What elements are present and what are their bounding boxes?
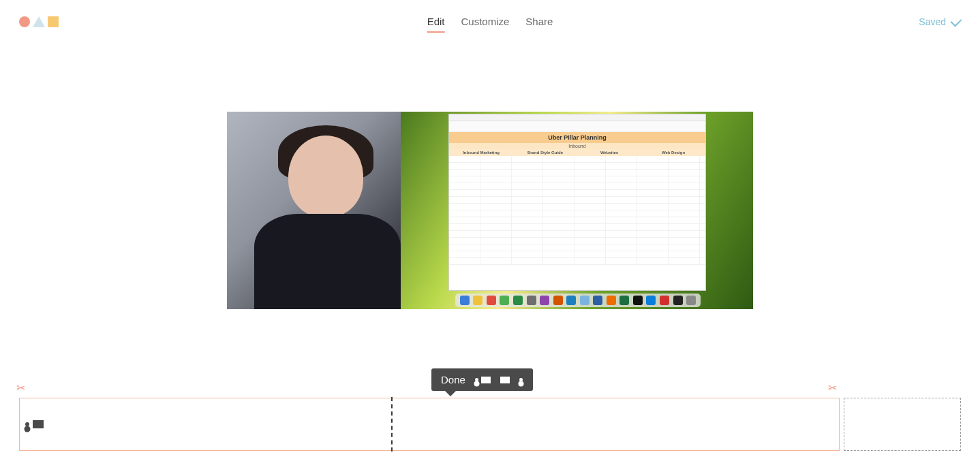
- col-brand-style: Brand Style Guide: [513, 151, 577, 155]
- spreadsheet-subtitle: Inbound: [449, 143, 705, 149]
- layout-screen-only[interactable]: [500, 377, 510, 383]
- timeline-track-main[interactable]: [19, 398, 840, 451]
- nav-tabs: Edit Customize Share: [427, 12, 553, 33]
- person-icon: [25, 422, 29, 426]
- playhead[interactable]: [391, 397, 393, 452]
- tab-edit[interactable]: Edit: [427, 12, 445, 33]
- layout-cam-only[interactable]: [519, 378, 523, 381]
- trim-start-handle[interactable]: ✂: [16, 381, 25, 394]
- timeline[interactable]: [19, 398, 961, 451]
- app-header: Edit Customize Share Saved: [0, 0, 980, 44]
- done-button[interactable]: Done: [441, 374, 465, 385]
- spreadsheet-columns: Inbound Marketing Brand Style Guide Webs…: [449, 149, 705, 156]
- mac-dock: [455, 294, 701, 307]
- logo: [19, 16, 59, 27]
- timeline-track-trimmed[interactable]: [844, 398, 961, 451]
- clip-layout-indicator: [25, 420, 44, 428]
- trim-end-handle[interactable]: ✂: [828, 381, 837, 394]
- screen-panel: Uber Pillar Planning Inbound Inbound Mar…: [401, 112, 753, 309]
- recording-preview[interactable]: Uber Pillar Planning Inbound Inbound Mar…: [227, 112, 753, 309]
- layout-cam-and-screen[interactable]: [475, 377, 491, 383]
- col-web-design: Web Design: [641, 151, 705, 155]
- timeline-area: ✂ ✂: [0, 398, 980, 451]
- tab-share[interactable]: Share: [525, 12, 553, 33]
- webcam-panel: [227, 112, 401, 309]
- spreadsheet-title: Uber Pillar Planning: [449, 132, 705, 143]
- logo-triangle-icon: [33, 16, 45, 27]
- logo-circle-icon: [19, 16, 30, 27]
- col-websites: Websites: [577, 151, 641, 155]
- check-icon: [951, 15, 962, 27]
- tab-customize[interactable]: Customize: [461, 12, 509, 33]
- logo-square-icon: [48, 16, 59, 27]
- spreadsheet-window: Uber Pillar Planning Inbound Inbound Mar…: [448, 114, 706, 291]
- save-status: Saved: [919, 16, 961, 27]
- layout-toolbar: Done: [431, 368, 533, 391]
- preview-area: Uber Pillar Planning Inbound Inbound Mar…: [0, 112, 980, 309]
- col-inbound-marketing: Inbound Marketing: [449, 151, 513, 155]
- screen-icon: [33, 420, 44, 428]
- save-status-label: Saved: [919, 16, 946, 27]
